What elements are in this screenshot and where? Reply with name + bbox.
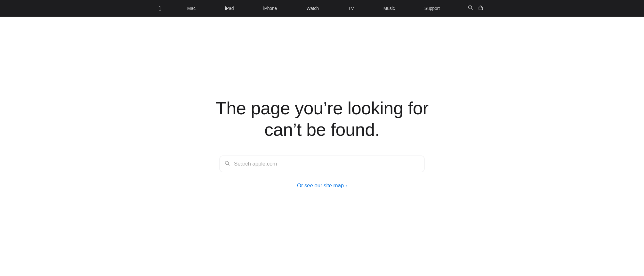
- error-heading: The page you’re looking for can’t be fou…: [197, 97, 447, 140]
- bag-icon[interactable]: [476, 5, 485, 12]
- nav-item-iphone[interactable]: iPhone: [260, 6, 280, 11]
- apple-logo[interactable]: : [159, 5, 161, 12]
- nav-item-ipad[interactable]: iPad: [222, 6, 237, 11]
- main-content: The page you’re looking for can’t be fou…: [0, 17, 644, 276]
- main-nav:  Mac iPad iPhone Watch TV Music Support: [0, 0, 644, 17]
- nav-item-support[interactable]: Support: [421, 6, 443, 11]
- nav-item-watch[interactable]: Watch: [303, 6, 322, 11]
- nav-item-tv[interactable]: TV: [345, 6, 357, 11]
- nav-item-music[interactable]: Music: [380, 6, 398, 11]
- search-icon[interactable]: [466, 5, 475, 12]
- search-input[interactable]: [220, 156, 424, 172]
- svg-line-1: [471, 8, 472, 10]
- search-wrapper: [220, 156, 424, 172]
- sitemap-link[interactable]: Or see our site map ›: [297, 183, 347, 189]
- svg-rect-2: [479, 7, 483, 10]
- nav-item-mac[interactable]: Mac: [184, 6, 199, 11]
